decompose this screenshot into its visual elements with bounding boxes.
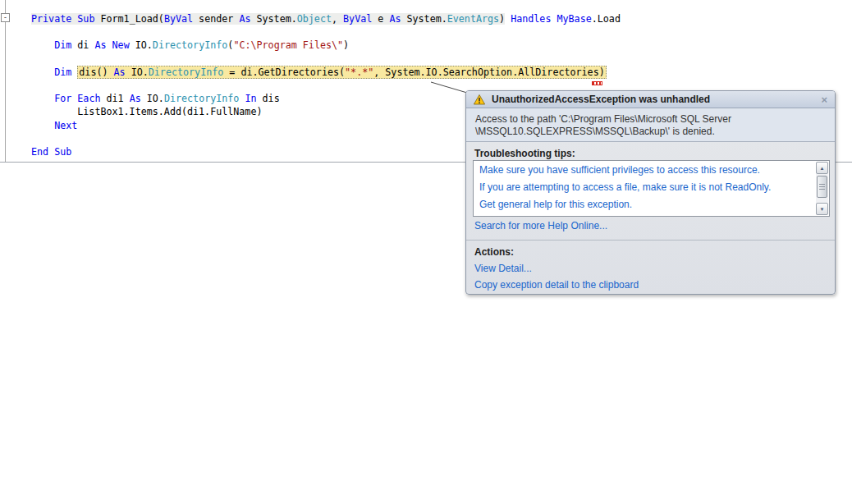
popup-titlebar: UnauthorizedAccessException was unhandle… [466,91,835,108]
actions-divider [466,240,835,241]
collapse-toggle-icon[interactable]: - [1,13,10,22]
copy-exception-detail-link[interactable]: Copy exception detail to the clipboard [474,279,639,291]
scrollbar-thumb[interactable] [817,176,827,198]
exception-assistant-popup: UnauthorizedAccessException was unhandle… [465,90,836,295]
code-line: Dim dis() As IO.DirectoryInfo = di.GetDi… [31,66,621,79]
exception-message-line1: Access to the path 'C:\Program Files\Mic… [475,113,826,126]
scroll-up-button[interactable]: ▲ [816,162,828,174]
exception-message-line2: \MSSQL10.SQLEXPRESS\MSSQL\Backup\' is de… [475,126,826,138]
search-help-online-link[interactable]: Search for more Help Online... [474,220,607,231]
popup-title: UnauthorizedAccessException was unhandle… [492,94,710,105]
error-underline-icon [592,81,602,85]
code-line: Dim di As New IO.DirectoryInfo("C:\Progr… [31,39,621,52]
troubleshooting-tips-header: Troubleshooting tips: [474,148,575,159]
code-line [31,25,621,39]
vs-editor-screen: - Private Sub Form1_Load(ByVal sender As… [0,0,852,504]
code-line: Private Sub Form1_Load(ByVal sender As S… [31,12,621,25]
outline-guide-line [5,0,6,162]
tip-link[interactable]: Get general help for this exception. [479,199,632,210]
tip-link[interactable]: If you are attempting to access a file, … [479,181,771,193]
tip-link[interactable]: Make sure you have sufficient privileges… [479,164,760,176]
code-line [31,53,621,66]
warning-triangle-icon [474,94,485,105]
exception-message: Access to the path 'C:\Program Files\Mic… [466,108,835,142]
scroll-down-button[interactable]: ▼ [816,203,828,215]
view-detail-link[interactable]: View Detail... [474,263,532,274]
tips-scrollbar[interactable]: ▲ ▼ [816,162,828,215]
close-icon[interactable]: × [821,94,827,105]
actions-header: Actions: [474,246,514,258]
troubleshooting-tips-list: Make sure you have sufficient privileges… [473,160,830,217]
